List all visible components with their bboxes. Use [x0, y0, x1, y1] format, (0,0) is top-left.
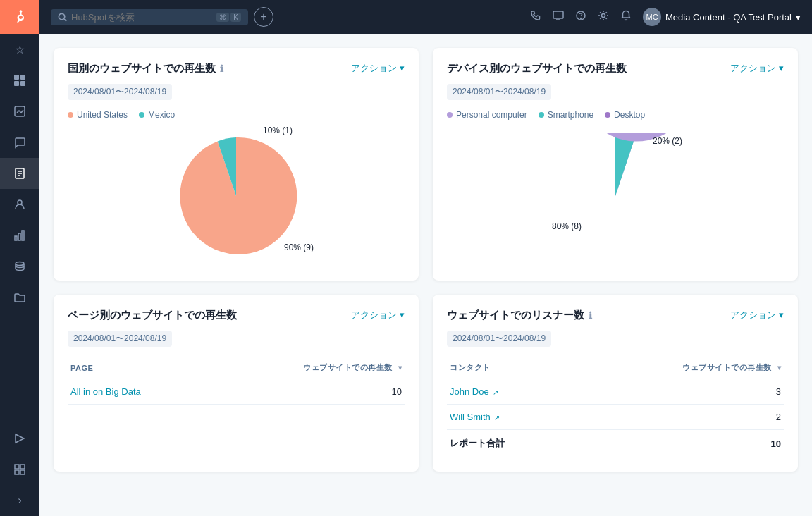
listeners-card-header: ウェブサイトでのリスナー数 ℹ アクション ▾ [447, 309, 784, 322]
add-button[interactable]: + [254, 7, 273, 27]
svg-rect-15 [15, 465, 19, 469]
device-pie [552, 133, 679, 259]
sidebar-item-folder[interactable] [0, 282, 39, 313]
legend-item-mexico: Mexico [139, 110, 175, 120]
external-link-icon: ↗ [493, 388, 498, 396]
sidebar-item-expand[interactable]: › [0, 485, 39, 516]
svg-point-24 [581, 18, 582, 19]
legend-dot-desktop [605, 112, 610, 118]
country-legend: United States Mexico [68, 110, 405, 120]
country-label-90: 90% (9) [284, 242, 314, 252]
page-name: All in on Big Data [68, 379, 242, 405]
page-link[interactable]: All in on Big Data [70, 386, 141, 397]
country-pie [173, 133, 300, 259]
legend-label-us: United States [77, 110, 128, 120]
country-date-badge: 2024/08/01〜2024/08/19 [68, 84, 172, 100]
table-row: All in on Big Data 10 [68, 379, 405, 405]
listeners-col-plays: ウェブサイトでの再生数 ▾ [571, 357, 784, 379]
svg-rect-0 [14, 75, 19, 80]
content-area: 国別のウェブサイトでの再生数 ℹ アクション ▾ 2024/08/01〜2024… [39, 34, 812, 516]
svg-rect-17 [15, 470, 19, 474]
topbar-icons [530, 10, 632, 24]
page-card: ページ別のウェブサイトでの再生数 アクション ▾ 2024/08/01〜2024… [54, 295, 419, 472]
sidebar-item-dashboard[interactable] [0, 65, 39, 96]
listeners-action-button[interactable]: アクション ▾ [730, 309, 784, 321]
legend-item-desktop: Desktop [605, 110, 645, 120]
device-action-button[interactable]: アクション ▾ [730, 62, 784, 75]
device-card-header: デバイス別のウェブサイトでの再生数 アクション ▾ [447, 62, 784, 75]
sidebar-item-bookmark[interactable]: ☆ [0, 34, 39, 65]
legend-dot-pc [447, 112, 453, 118]
legend-dot-us [68, 112, 73, 118]
listeners-sort-icon[interactable]: ▾ [777, 364, 782, 371]
country-card-title: 国別のウェブサイトでの再生数 ℹ [68, 62, 223, 75]
profile-name: Media Content - QA Test Portal [665, 12, 792, 23]
page-card-header: ページ別のウェブサイトでの再生数 アクション ▾ [68, 309, 405, 322]
contact-link-will[interactable]: Will Smith ↗ [450, 412, 500, 422]
legend-label-pc: Personal computer [456, 110, 527, 120]
listeners-card-title: ウェブサイトでのリスナー数 ℹ [447, 309, 592, 322]
sort-icon[interactable]: ▾ [398, 364, 402, 371]
sidebar-item-database[interactable] [0, 251, 39, 282]
settings-icon[interactable] [598, 10, 609, 24]
bell-icon[interactable] [620, 10, 632, 24]
country-label-10: 10% (1) [263, 125, 293, 135]
country-chart: 10% (1) 90% (9) [68, 125, 405, 266]
main-area: ⌘ K + MC Media Content - QA T [39, 0, 812, 516]
search-box[interactable]: ⌘ K [51, 9, 248, 25]
page-card-title: ページ別のウェブサイトでの再生数 [68, 309, 237, 322]
svg-rect-21 [553, 11, 563, 18]
svg-rect-18 [20, 470, 25, 474]
sidebar-item-document[interactable] [0, 158, 39, 189]
contact-link-john[interactable]: John Doe ↗ [450, 386, 498, 397]
hubspot-logo[interactable] [0, 0, 39, 34]
sidebar-item-settings2[interactable] [0, 454, 39, 485]
topbar-profile[interactable]: MC Media Content - QA Test Portal ▾ [643, 8, 801, 26]
search-input[interactable] [71, 12, 212, 23]
country-card: 国別のウェブサイトでの再生数 ℹ アクション ▾ 2024/08/01〜2024… [54, 48, 419, 281]
legend-item-smartphone: Smartphone [539, 110, 593, 120]
legend-dot-mexico [139, 112, 144, 118]
legend-label-smartphone: Smartphone [548, 110, 593, 120]
contact-name-john: John Doe ↗ [447, 379, 571, 405]
svg-rect-1 [20, 75, 25, 80]
svg-marker-14 [16, 434, 24, 443]
listeners-date-badge: 2024/08/01〜2024/08/19 [447, 331, 551, 347]
svg-rect-11 [18, 233, 20, 240]
page-col-plays: ウェブサイトでの再生数 ▾ [242, 357, 405, 379]
country-action-button[interactable]: アクション ▾ [351, 62, 405, 75]
search-shortcut: ⌘ K [216, 13, 241, 22]
sidebar-item-comment[interactable] [0, 127, 39, 158]
sidebar-item-automation[interactable] [0, 423, 39, 454]
total-label: レポート合計 [447, 430, 571, 457]
listeners-col-contact: コンタクト [447, 357, 571, 379]
contact-plays-john: 3 [571, 379, 784, 405]
shortcut-key1: ⌘ [216, 13, 229, 22]
listeners-info-icon[interactable]: ℹ [589, 310, 592, 321]
sidebar-item-chart[interactable] [0, 96, 39, 127]
screen-icon[interactable] [553, 10, 564, 24]
legend-label-mexico: Mexico [148, 110, 175, 120]
svg-point-19 [59, 13, 64, 19]
svg-rect-10 [15, 236, 17, 240]
legend-item-us: United States [68, 110, 128, 120]
avatar: MC [643, 8, 661, 26]
device-label-80: 80% (8) [552, 221, 582, 231]
sidebar-item-reports[interactable] [0, 220, 39, 251]
legend-label-desktop: Desktop [614, 110, 645, 120]
page-plays: 10 [242, 379, 405, 405]
page-date-badge: 2024/08/01〜2024/08/19 [68, 331, 172, 347]
help-icon[interactable] [575, 10, 586, 24]
page-action-button[interactable]: アクション ▾ [351, 309, 405, 321]
svg-line-20 [64, 18, 66, 20]
device-card: デバイス別のウェブサイトでの再生数 アクション ▾ 2024/08/01〜202… [433, 48, 798, 281]
svg-point-9 [18, 200, 22, 204]
device-chart: 80% (8) 20% (2) [447, 125, 784, 266]
contact-plays-will: 2 [571, 405, 784, 430]
table-row: John Doe ↗ 3 [447, 379, 784, 405]
phone-icon[interactable] [530, 10, 541, 24]
country-info-icon[interactable]: ℹ [220, 63, 223, 74]
sidebar-item-contacts[interactable] [0, 189, 39, 220]
device-card-title: デバイス別のウェブサイトでの再生数 [447, 62, 627, 75]
shortcut-key2: K [230, 13, 241, 22]
